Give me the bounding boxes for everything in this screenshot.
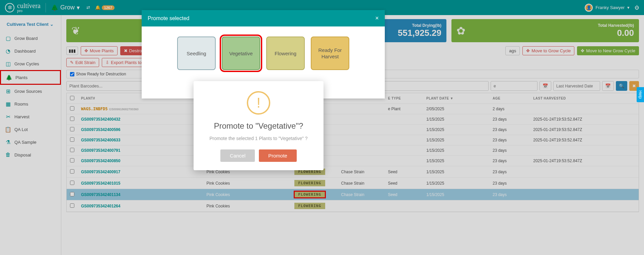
stage-seedling[interactable]: Seedling [177,37,216,70]
cancel-button[interactable]: Cancel [220,149,255,162]
stage-vegetative[interactable]: Vegetative [222,37,260,70]
promote-button[interactable]: Promote [259,149,297,162]
warning-icon: ! [247,91,270,115]
stage-ready-harvest[interactable]: Ready ForHarvest [311,37,349,70]
promote-title: Promote selected [148,15,190,21]
help-tab[interactable]: Help [637,87,644,102]
confirm-title: Promote to "Vegetative"? [202,121,315,131]
stage-flowering[interactable]: Flowering [266,37,305,70]
confirm-message: Promote the selected 1 Plants to "Vegeta… [202,136,315,141]
close-icon[interactable]: × [375,15,379,22]
confirm-dialog: ! Promote to "Vegetative"? Promote the s… [194,81,324,170]
